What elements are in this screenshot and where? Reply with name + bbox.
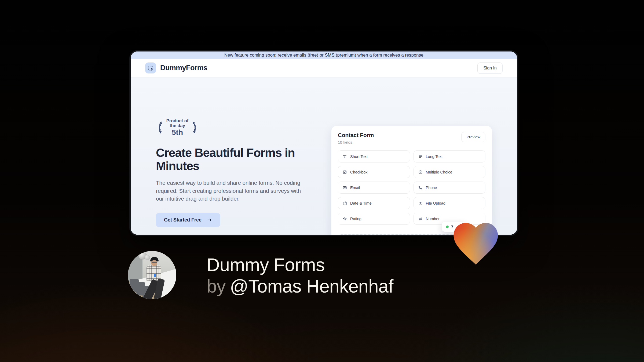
potd-label: Product of the day: [165, 118, 190, 128]
promo-canvas: New feature coming soon: receive emails …: [0, 0, 644, 362]
brand-name: DummyForms: [160, 64, 207, 72]
field-date-time[interactable]: Date & Time: [338, 197, 410, 209]
announcement-banner: New feature coming soon: receive emails …: [131, 51, 517, 59]
byline-prefix: by: [207, 276, 226, 296]
maker-caption: Dummy Forms by@Tomas Henkenhaf: [207, 254, 393, 297]
field-label: Date & Time: [350, 201, 372, 205]
heart-icon: [449, 216, 502, 266]
arrow-right-icon: [207, 217, 212, 223]
form-title: Contact Form: [338, 132, 374, 138]
announcement-text: New feature coming soon: receive emails …: [224, 53, 423, 58]
site-header: DummyForms Sign In: [131, 59, 517, 77]
hero-title: Create Beautiful Forms in Minutes: [156, 146, 306, 172]
phone-icon: [418, 185, 423, 190]
status-dot-icon: [446, 226, 449, 228]
brand[interactable]: DummyForms: [145, 62, 207, 73]
field-short-text[interactable]: Short Text: [338, 150, 410, 162]
maker-title: Dummy Forms: [207, 254, 393, 276]
upload-icon: [418, 201, 423, 206]
get-started-button[interactable]: Get Started Free: [156, 213, 220, 227]
field-label: Phone: [426, 186, 437, 190]
preview-button[interactable]: Preview: [461, 132, 485, 142]
field-label: File Upload: [426, 201, 445, 205]
field-phone[interactable]: Phone: [414, 182, 486, 194]
byline-handle: @Tomas Henkenhaf: [230, 276, 393, 296]
hero-section: Product of the day 5th Create Beautiful …: [131, 77, 517, 235]
maker-avatar: [128, 251, 176, 299]
field-label: Email: [350, 186, 360, 190]
laurel-left-icon: [156, 121, 163, 135]
radio-icon: [418, 170, 423, 175]
field-long-text[interactable]: Long Text: [414, 150, 486, 162]
field-label: Checkbox: [350, 170, 367, 174]
logo: [145, 62, 156, 73]
hero-left-column: Product of the day 5th Create Beautiful …: [156, 77, 312, 227]
checkbox-icon: [342, 170, 347, 175]
get-started-label: Get Started Free: [164, 217, 202, 223]
text-icon: [342, 154, 347, 159]
product-of-the-day-badge: Product of the day 5th: [156, 118, 199, 137]
field-palette: Short Text Long Text Checkbox: [338, 150, 485, 225]
dashed-selection-cursor-icon: [148, 65, 154, 71]
form-field-count: 10 fields: [338, 140, 374, 145]
field-label: Rating: [350, 217, 361, 221]
envelope-icon: [342, 185, 347, 190]
field-label: Number: [426, 217, 440, 221]
laurel-right-icon: [191, 121, 199, 135]
field-label: Short Text: [350, 154, 368, 159]
field-checkbox[interactable]: Checkbox: [338, 166, 410, 178]
field-label: Multiple Choice: [426, 170, 452, 174]
field-multiple-choice[interactable]: Multiple Choice: [414, 166, 486, 178]
hero-description: The easiest way to build and share onlin…: [156, 179, 310, 203]
field-rating[interactable]: Rating: [338, 213, 410, 225]
calendar-icon: [342, 201, 347, 206]
field-file-upload[interactable]: File Upload: [414, 197, 486, 209]
sign-in-button[interactable]: Sign In: [477, 62, 503, 74]
star-icon: [342, 216, 347, 221]
field-email[interactable]: Email: [338, 182, 410, 194]
lines-icon: [418, 154, 423, 159]
potd-rank: 5th: [165, 128, 190, 137]
field-label: Long Text: [426, 154, 443, 159]
browser-window: New feature coming soon: receive emails …: [129, 50, 518, 236]
hash-icon: [418, 216, 423, 221]
